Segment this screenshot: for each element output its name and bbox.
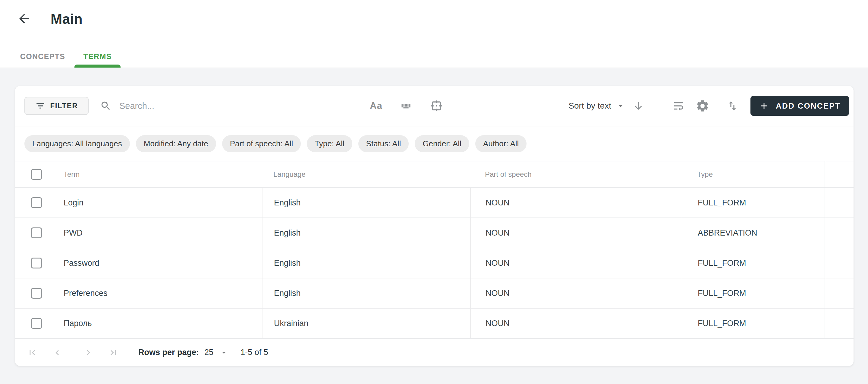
filter-chip-label: Type: All <box>315 139 344 148</box>
actions-cell <box>825 308 854 338</box>
row-checkbox[interactable] <box>31 288 42 299</box>
tab-terms-label: TERMS <box>84 52 112 61</box>
terms-card: FILTER Aa <box>15 86 854 366</box>
language-cell: English <box>262 188 470 217</box>
part-of-speech-cell: NOUN <box>470 188 682 217</box>
table-row[interactable]: Preferences English NOUN FULL_FORM <box>15 278 854 308</box>
part-of-speech-cell: NOUN <box>470 308 682 338</box>
page-title: Main <box>51 11 83 27</box>
next-page-button[interactable] <box>83 348 93 358</box>
part-of-speech-cell: NOUN <box>470 278 682 308</box>
term-cell: Password <box>64 248 262 278</box>
content-area: FILTER Aa <box>0 68 868 384</box>
last-page-button[interactable] <box>108 348 119 358</box>
table-row[interactable]: Пароль Ukrainian NOUN FULL_FORM <box>15 308 854 339</box>
sort-caret-button[interactable] <box>615 101 626 111</box>
caret-down-icon <box>219 348 228 357</box>
filter-button-label: FILTER <box>50 102 78 110</box>
filter-chip-label: Languages: All languages <box>32 139 122 148</box>
wrap-text-icon <box>672 99 685 112</box>
first-page-icon <box>27 348 37 358</box>
filter-chip-label: Part of speech: All <box>230 139 293 148</box>
column-header-part-of-speech[interactable]: Part of speech <box>470 161 682 187</box>
language-cell: English <box>262 218 470 248</box>
search-input[interactable] <box>119 101 331 111</box>
language-cell: English <box>262 278 470 308</box>
rows-per-page-dropdown[interactable] <box>219 348 228 357</box>
first-page-button[interactable] <box>27 348 37 358</box>
sort-by-dropdown[interactable]: Sort by text <box>568 101 611 111</box>
filter-chip-label: Modified: Any date <box>144 139 208 148</box>
table-body: Login English NOUN FULL_FORM PWD English… <box>15 188 854 339</box>
previous-page-button[interactable] <box>52 348 62 358</box>
type-cell: FULL_FORM <box>682 308 825 338</box>
tab-terms[interactable]: TERMS <box>74 45 121 67</box>
table-header-row: Term Language Part of speech Type <box>15 161 854 188</box>
terms-table: Term Language Part of speech Type Login … <box>15 161 854 339</box>
row-checkbox[interactable] <box>31 318 42 329</box>
tab-concepts[interactable]: CONCEPTS <box>14 45 71 67</box>
filter-chip-row: Languages: All languages Modified: Any d… <box>15 126 854 161</box>
toolbar: FILTER Aa <box>15 86 854 126</box>
rows-per-page-value[interactable]: 25 <box>204 348 213 357</box>
select-all-checkbox[interactable] <box>31 169 42 180</box>
filter-chip[interactable]: Status: All <box>358 135 409 152</box>
row-checkbox[interactable] <box>31 197 42 208</box>
last-page-icon <box>108 348 119 358</box>
term-cell: Preferences <box>64 278 262 308</box>
filter-chip-label: Status: All <box>366 139 401 148</box>
match-case-button[interactable]: Aa <box>370 100 382 111</box>
match-case-icon: Aa <box>370 100 382 111</box>
sort-direction-button[interactable] <box>632 100 644 112</box>
row-checkbox[interactable] <box>31 228 42 238</box>
term-cell: Пароль <box>64 308 262 338</box>
filter-chip[interactable]: Modified: Any date <box>136 135 216 152</box>
barcode-button[interactable] <box>399 99 412 113</box>
filter-chip[interactable]: Type: All <box>307 135 352 152</box>
swap-vertical-button[interactable] <box>726 100 738 112</box>
row-checkbox[interactable] <box>31 258 42 268</box>
page-header: Main CONCEPTS TERMS <box>0 0 868 67</box>
type-cell: FULL_FORM <box>682 188 825 217</box>
column-header-term[interactable]: Term <box>64 161 262 187</box>
column-header-type[interactable]: Type <box>682 161 825 187</box>
search-icon <box>100 100 112 112</box>
table-row[interactable]: Login English NOUN FULL_FORM <box>15 188 854 218</box>
add-concept-button[interactable]: ADD CONCEPT <box>750 96 849 116</box>
filter-chip[interactable]: Languages: All languages <box>24 135 130 152</box>
filter-icon <box>35 101 45 111</box>
crosshair-frame-icon <box>430 99 443 113</box>
column-header-actions <box>825 161 854 187</box>
filter-chip[interactable]: Part of speech: All <box>222 135 301 152</box>
filter-chip[interactable]: Gender: All <box>415 135 469 152</box>
actions-cell <box>825 278 854 308</box>
focus-frame-button[interactable] <box>430 99 443 113</box>
settings-button[interactable] <box>695 99 710 113</box>
filter-button[interactable]: FILTER <box>24 97 89 115</box>
chevron-right-icon <box>83 348 93 358</box>
language-cell: Ukrainian <box>262 308 470 338</box>
type-cell: ABBREVIATION <box>682 218 825 248</box>
pagination-bar: Rows per page: 25 1-5 of 5 <box>15 339 854 366</box>
wrap-text-button[interactable] <box>672 99 685 112</box>
rows-per-page-label: Rows per page: <box>138 348 199 357</box>
term-cell: Login <box>64 188 262 217</box>
column-header-language[interactable]: Language <box>262 161 470 187</box>
type-cell: FULL_FORM <box>682 278 825 308</box>
filter-chip[interactable]: Author: All <box>475 135 527 152</box>
chevron-left-icon <box>52 348 62 358</box>
filter-chip-label: Author: All <box>483 139 519 148</box>
part-of-speech-cell: NOUN <box>470 218 682 248</box>
search-bar <box>100 86 331 126</box>
arrow-down-icon <box>632 100 644 112</box>
active-tab-indicator <box>74 64 121 67</box>
back-button[interactable] <box>17 11 31 26</box>
actions-cell <box>825 188 854 217</box>
plus-icon <box>759 101 769 111</box>
language-cell: English <box>262 248 470 278</box>
arrows-up-down-icon <box>726 100 738 112</box>
table-row[interactable]: Password English NOUN FULL_FORM <box>15 248 854 278</box>
toolbar-right-group: Sort by text <box>568 86 849 126</box>
table-row[interactable]: PWD English NOUN ABBREVIATION <box>15 218 854 248</box>
sticky-column-divider <box>825 161 825 338</box>
